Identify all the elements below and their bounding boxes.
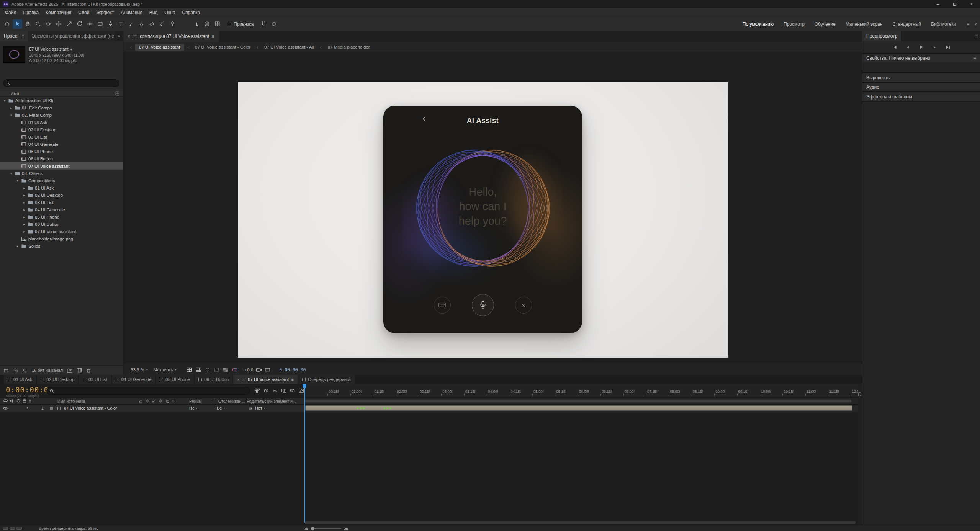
safe-margins-icon[interactable] [187, 367, 192, 372]
transparency-grid-icon[interactable] [223, 368, 228, 372]
work-area-bar[interactable] [305, 399, 852, 403]
new-composition-button[interactable] [77, 368, 82, 373]
footage-name[interactable]: 07 UI Voice assistant [29, 47, 69, 51]
keyframe-dot[interactable] [357, 407, 358, 409]
tree-row[interactable]: 02 UI Desktop [0, 126, 123, 133]
mask-feather-icon[interactable] [269, 19, 279, 29]
menu-item[interactable]: Анимация [117, 10, 146, 15]
panel-menu-icon[interactable]: ≡ [22, 33, 25, 39]
selection-tool[interactable] [13, 19, 22, 29]
rotation-tool[interactable] [75, 19, 84, 29]
snapping-checkbox[interactable] [227, 22, 231, 26]
effects-presets-panel-header[interactable]: Эффекты и шаблоны [862, 92, 980, 101]
tree-row[interactable]: Solids [0, 242, 123, 250]
brush-tool[interactable] [126, 19, 136, 29]
timeline-search-box[interactable] [47, 387, 250, 395]
track-matte-column-label[interactable]: Отслеживан... [218, 399, 245, 404]
layer-twirl-icon[interactable]: ▸ [27, 406, 29, 410]
menu-item[interactable]: Композиция [42, 10, 75, 15]
tree-row[interactable]: 02 UI Desktop [0, 191, 123, 199]
rectangle-tool[interactable] [95, 19, 105, 29]
parent-dropdown[interactable]: Нет▾ [255, 406, 265, 410]
layer-source-name[interactable]: 07 UI Voice assistant - Color [64, 406, 117, 410]
tree-row[interactable]: 03 UI List [0, 199, 123, 206]
previous-frame-button[interactable] [904, 44, 912, 51]
tab-preview[interactable]: Предпросмотр [862, 31, 901, 41]
magnification-select[interactable]: 33,3 %▾ [129, 368, 150, 372]
time-ruler[interactable]: 00:15f01:00f01:15f02:00f02:15f03:00f03:1… [305, 384, 858, 398]
tree-row[interactable]: 04 UI Generate [0, 206, 123, 213]
timeline-tab[interactable]: × 02 UI Desktop ≡ [37, 375, 78, 384]
region-of-interest-icon[interactable] [214, 367, 219, 372]
name-column-header[interactable]: Имя [0, 90, 123, 97]
tree-row[interactable]: 02. Final Comp [0, 111, 123, 119]
mode-column-label[interactable]: Режим [189, 399, 201, 404]
crumb-label[interactable]: 07 UI Voice assistant - Color [192, 44, 254, 51]
menu-item[interactable]: Вид [146, 10, 161, 15]
bit-depth-label[interactable]: 16 бит на канал [32, 368, 63, 373]
tree-row[interactable]: 03. Others [0, 170, 123, 177]
viewer-menu-icon[interactable]: ≡ [212, 34, 214, 39]
twirl-icon[interactable] [23, 193, 28, 197]
timeline-search-input[interactable] [56, 389, 247, 393]
twirl-icon[interactable] [23, 186, 28, 190]
footage-name-caret-icon[interactable]: ▼ [70, 48, 73, 51]
pixel-aspect-icon[interactable] [265, 368, 270, 372]
composition-breadcrumb[interactable]: ‹ 07 UI Voice assistant - All [254, 44, 317, 51]
tree-row[interactable]: AI Interaction UI Kit [0, 97, 123, 104]
close-tab-icon[interactable]: × [128, 34, 130, 39]
snapshot-camera-icon[interactable] [256, 367, 262, 372]
play-button[interactable] [918, 44, 925, 51]
proxy-icon[interactable] [13, 368, 18, 373]
world-axis-mode-icon[interactable] [202, 19, 212, 29]
composition-canvas[interactable]: ‹ AI Assist [238, 82, 728, 358]
composition-breadcrumb[interactable]: ‹ 07 UI Voice assistant - Color [184, 44, 254, 51]
workspace-tab[interactable]: Маленький экран [841, 21, 888, 27]
transfer-controls-toggle[interactable] [10, 527, 15, 530]
shy-icon[interactable] [272, 388, 278, 393]
roto-brush-tool[interactable] [157, 19, 167, 29]
search-project-icon[interactable] [23, 368, 28, 373]
tab-effect-controls[interactable]: Элементы управления эффектами (не [28, 31, 115, 41]
composition-breadcrumb[interactable]: ‹ 07 Media placeholder [317, 44, 373, 51]
panel-tab-overflow-icon[interactable]: » [115, 31, 123, 41]
keyframe-dot[interactable] [360, 407, 362, 409]
panel-menu-icon[interactable]: ≡ [973, 56, 976, 61]
timeline-tab[interactable]: × 04 UI Generate ≡ [112, 375, 155, 384]
tree-row[interactable]: 04 UI Generate [0, 141, 123, 148]
keyframe-dot[interactable] [363, 407, 365, 409]
grid-guides-icon[interactable] [196, 367, 201, 372]
keyframe-dot[interactable] [383, 407, 385, 409]
snap-options-icon[interactable] [259, 19, 268, 29]
local-axis-mode-icon[interactable] [192, 19, 201, 29]
view-axis-mode-icon[interactable] [213, 19, 222, 29]
timeline-tab[interactable]: × 03 UI List ≡ [79, 375, 111, 384]
maximize-button[interactable] [946, 0, 963, 8]
tree-row[interactable]: placeholder-image.png [0, 235, 123, 242]
pan-camera-tool[interactable] [54, 19, 64, 29]
graph-editor-icon[interactable] [299, 388, 304, 393]
timeline-zoom-slider[interactable] [311, 528, 341, 529]
twirl-icon[interactable] [23, 215, 28, 219]
twirl-icon[interactable] [10, 172, 15, 175]
layer-switches-toggle[interactable] [3, 527, 8, 530]
zoom-in-mountain-icon[interactable] [344, 526, 348, 531]
tree-row[interactable]: 07 UI Voice assistant [0, 162, 123, 170]
layer-visibility-icon[interactable] [3, 407, 8, 410]
dolly-camera-tool[interactable] [64, 19, 74, 29]
workspace-overflow-icon[interactable]: » [972, 21, 980, 27]
clone-stamp-tool[interactable] [137, 19, 146, 29]
column-options-icon[interactable] [115, 91, 119, 96]
resolution-select[interactable]: Четверть▾ [152, 368, 178, 372]
twirl-icon[interactable] [23, 208, 28, 212]
timeline-tab[interactable]: × 01 UI Ask ≡ [4, 375, 36, 384]
frame-blend-icon[interactable] [281, 388, 286, 393]
track-matte-dropdown[interactable]: Бе▾ [217, 406, 225, 410]
panel-menu-icon[interactable]: ≡ [291, 377, 294, 382]
tree-row[interactable]: 05 UI Phone [0, 213, 123, 221]
crumb-label[interactable]: 07 UI Voice assistant [135, 44, 184, 51]
home-tool[interactable] [2, 19, 12, 29]
interpret-footage-icon[interactable] [3, 368, 9, 373]
zoom-out-mountain-icon[interactable] [304, 527, 308, 530]
crumb-label[interactable]: 07 UI Voice assistant - All [261, 44, 317, 51]
